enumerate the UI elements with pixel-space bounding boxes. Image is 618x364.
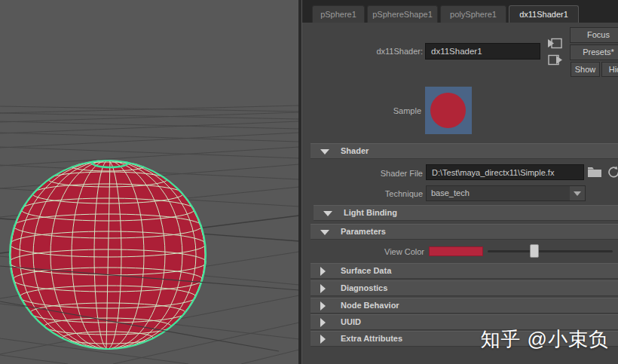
technique-label: Technique (317, 189, 423, 198)
expand-arrow-icon (320, 301, 326, 310)
section-label: Node Behavior (341, 301, 399, 310)
sample-label: Sample (317, 106, 421, 115)
material-sample-swatch[interactable] (425, 87, 472, 134)
technique-value: base_tech (431, 188, 470, 197)
collapse-arrow-icon (320, 149, 329, 154)
hide-button[interactable]: Hide (601, 62, 618, 77)
view-color-label: View Color (332, 247, 424, 256)
collapse-arrow-icon (320, 230, 329, 235)
technique-dropdown[interactable]: base_tech (426, 185, 586, 201)
view-color-slider-track[interactable] (488, 250, 613, 252)
section-label: Shader (341, 146, 369, 155)
attribute-editor: pSphere1 pSphereShape1 polySphere1 dx11S… (301, 0, 618, 364)
show-button[interactable]: Show (571, 62, 600, 77)
expand-arrow-icon (320, 335, 326, 344)
watermark-text: 知乎 @小束负 (480, 326, 609, 353)
tab-dx11shader1[interactable]: dx11Shader1 (509, 5, 579, 23)
shader-file-label: Shader File (317, 169, 423, 178)
section-label: Extra Attributes (341, 334, 402, 343)
section-header-light-binding[interactable]: Light Binding (314, 205, 618, 221)
focus-button[interactable]: Focus (570, 27, 618, 43)
section-label: UUID (341, 317, 361, 326)
chevron-down-icon (570, 186, 585, 200)
maya-window: pSphere1 pSphereShape1 polySphere1 dx11S… (0, 0, 618, 364)
tab-psphere1[interactable]: pSphere1 (312, 5, 365, 23)
section-label: Light Binding (344, 208, 397, 217)
tab-polysphere1[interactable]: polySphere1 (440, 5, 506, 23)
viewport-3d[interactable] (0, 0, 299, 364)
section-header-parameters[interactable]: Parameters (311, 224, 618, 240)
node-type-label: dx11Shader: (317, 47, 423, 56)
tab-psphereshape1[interactable]: pSphereShape1 (367, 5, 438, 23)
section-header-node-behavior[interactable]: Node Behavior (311, 298, 618, 314)
browse-folder-icon[interactable] (587, 165, 602, 179)
sample-sphere-preview (430, 93, 466, 128)
presets-button[interactable]: Presets* (570, 44, 618, 60)
expand-arrow-icon (320, 267, 326, 276)
section-header-surface-data[interactable]: Surface Data (311, 263, 618, 279)
viewport-scene (0, 0, 299, 364)
show-output-connections-icon[interactable] (546, 53, 563, 67)
section-header-diagnostics[interactable]: Diagnostics (311, 280, 618, 296)
collapse-arrow-icon (323, 211, 332, 216)
section-label: Parameters (341, 227, 386, 236)
section-label: Surface Data (341, 266, 391, 275)
shader-file-field[interactable]: D:\Test\maya_directx11\Simple.fx (426, 164, 584, 180)
view-color-slider-handle[interactable] (530, 244, 539, 258)
show-input-connections-icon[interactable] (546, 36, 563, 50)
section-header-shader[interactable]: Shader (311, 143, 618, 159)
expand-arrow-icon (320, 284, 326, 293)
attribute-editor-tabbar: pSphere1 pSphereShape1 polySphere1 dx11S… (302, 0, 618, 23)
node-name-field[interactable]: dx11Shader1 (425, 43, 540, 60)
reload-shader-icon[interactable] (607, 165, 618, 179)
view-color-swatch[interactable] (429, 246, 483, 256)
expand-arrow-icon (320, 318, 326, 327)
section-label: Diagnostics (341, 283, 387, 292)
